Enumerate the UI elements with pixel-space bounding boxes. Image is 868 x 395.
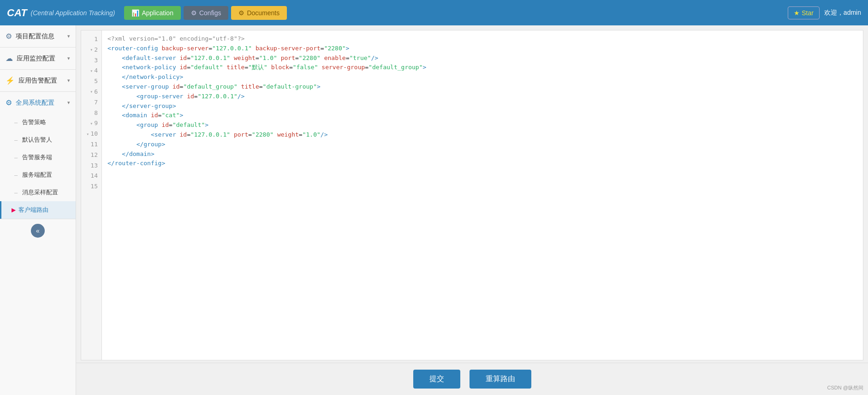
code-line-3: <default-server id="127.0.0.1" weight="1… [107, 54, 857, 63]
nav-application-button[interactable]: 📊 Application [124, 6, 181, 20]
sidebar-item-app-alert[interactable]: ⚡ 应用告警配置 ▾ [0, 70, 76, 91]
sidebar-label-app-alert: 应用告警配置 [18, 77, 57, 85]
lightning-icon: ⚡ [6, 76, 15, 85]
code-editor[interactable]: 1 ▾2 3 ▾4 5 ▾6 7 8 ▾9 ▾10 11 12 13 14 15… [81, 30, 863, 360]
sidebar-item-app-monitor[interactable]: ☁ 应用监控配置 ▾ [0, 48, 76, 69]
line-num-1: 1 [81, 34, 101, 45]
submit-button[interactable]: 提交 [413, 370, 460, 389]
dash-icon-4: – [14, 172, 18, 179]
code-line-13: </domain> [107, 150, 857, 159]
line-num-9: ▾9 [81, 118, 101, 129]
header-right: ★ Star 欢迎，admin [788, 6, 861, 19]
app-subtitle: (Central Application Tracking) [31, 9, 115, 17]
line-num-8: 8 [81, 108, 101, 119]
sidebar-section-app-monitor: ☁ 应用监控配置 ▾ [0, 48, 76, 70]
nav-documents-button[interactable]: ⚙ Documents [231, 6, 287, 20]
dash-icon-2: – [14, 137, 18, 144]
line-numbers: 1 ▾2 3 ▾4 5 ▾6 7 8 ▾9 ▾10 11 12 13 14 15 [81, 30, 102, 360]
chevron-down-icon-4: ▾ [67, 100, 70, 106]
gear-blue-icon: ⚙ [6, 98, 12, 107]
line-num-11: 11 [81, 139, 101, 150]
sidebar-item-message-sample[interactable]: – 消息采样配置 [0, 184, 76, 201]
watermark: CSDN @纵然间 [827, 384, 863, 391]
gear-icon: ⚙ [6, 32, 12, 41]
dash-icon-5: – [14, 189, 18, 196]
application-icon: 📊 [131, 9, 139, 17]
sidebar-item-client-router[interactable]: ▶ 客户端路由 [0, 201, 76, 219]
code-line-9: <domain id="cat"> [107, 111, 857, 120]
line-num-3: 3 [81, 55, 101, 66]
sidebar-item-default-alert[interactable]: – 默认告警人 [0, 131, 76, 149]
sidebar-section-global: ⚙ 全局系统配置 ▾ – 告警策略 – 默认告警人 – 告警服务端 – 服务端配… [0, 92, 76, 219]
welcome-text: 欢迎，admin [824, 9, 861, 17]
code-line-5: </network-policy> [107, 72, 857, 82]
sidebar-label-project-config: 项目配置信息 [16, 32, 54, 41]
code-line-6: <server-group id="default_group" title="… [107, 82, 857, 92]
line-num-2: ▾2 [81, 45, 101, 55]
sidebar-item-server-config[interactable]: – 服务端配置 [0, 166, 76, 184]
sidebar-label-global-config: 全局系统配置 [16, 99, 54, 107]
line-num-13: 13 [81, 161, 101, 171]
star-icon: ★ [794, 9, 800, 17]
content-area: 1 ▾2 3 ▾4 5 ▾6 7 8 ▾9 ▾10 11 12 13 14 15… [76, 25, 868, 395]
configs-icon: ⚙ [191, 9, 197, 17]
line-num-7: 7 [81, 97, 101, 108]
code-line-11: <server id="127.0.0.1" port="2280" weigh… [107, 130, 857, 140]
recalculate-button[interactable]: 重算路由 [470, 370, 531, 389]
app-logo: CAT [7, 7, 27, 19]
chevron-down-icon-3: ▾ [67, 78, 70, 84]
chevron-down-icon-2: ▾ [67, 55, 70, 61]
line-num-4: ▾4 [81, 66, 101, 76]
star-button[interactable]: ★ Star [788, 6, 820, 19]
sidebar-section-app-alert: ⚡ 应用告警配置 ▾ [0, 70, 76, 92]
line-num-15: 15 [81, 181, 101, 192]
sidebar-item-global-config[interactable]: ⚙ 全局系统配置 ▾ [0, 92, 76, 114]
line-num-12: 12 [81, 150, 101, 161]
code-line-14: </router-config> [107, 159, 857, 168]
code-line-1: <?xml version="1.0" encoding="utf-8"?> [107, 34, 857, 44]
code-line-7: <group-server id="127.0.0.1"/> [107, 92, 857, 102]
sidebar-section-project: ⚙ 项目配置信息 ▾ [0, 25, 76, 48]
line-num-14: 14 [81, 171, 101, 181]
code-line-10: <group id="default"> [107, 120, 857, 130]
sidebar-collapse-button[interactable]: « [31, 224, 45, 238]
sidebar-item-alert-policy[interactable]: – 告警策略 [0, 114, 76, 131]
documents-icon: ⚙ [238, 9, 244, 17]
code-content[interactable]: <?xml version="1.0" encoding="utf-8"?> <… [102, 30, 863, 360]
dash-icon: – [14, 119, 18, 126]
line-num-6: ▾6 [81, 87, 101, 97]
arrow-right-icon: ▶ [12, 207, 16, 213]
line-num-10: ▾10 [81, 129, 101, 139]
code-line-8: </server-group> [107, 102, 857, 111]
sidebar-item-alert-server[interactable]: – 告警服务端 [0, 149, 76, 166]
sidebar-item-project-config[interactable]: ⚙ 项目配置信息 ▾ [0, 25, 76, 47]
code-line-12: </group> [107, 140, 857, 150]
line-num-5: 5 [81, 76, 101, 87]
code-line-4: <network-policy id="default" title="默认" … [107, 63, 857, 72]
nav-configs-button[interactable]: ⚙ Configs [184, 6, 228, 20]
dash-icon-3: – [14, 154, 18, 161]
main-layout: ⚙ 项目配置信息 ▾ ☁ 应用监控配置 ▾ ⚡ 应用告警配置 ▾ ⚙ 全局系统配… [0, 25, 868, 395]
cloud-icon: ☁ [6, 54, 13, 63]
sidebar: ⚙ 项目配置信息 ▾ ☁ 应用监控配置 ▾ ⚡ 应用告警配置 ▾ ⚙ 全局系统配… [0, 25, 76, 395]
code-line-2: <router-config backup-server="127.0.0.1"… [107, 44, 857, 54]
chevron-down-icon: ▾ [67, 33, 70, 39]
sidebar-label-app-monitor: 应用监控配置 [17, 54, 55, 63]
footer: 提交 重算路由 [76, 363, 868, 395]
header: CAT (Central Application Tracking) 📊 App… [0, 0, 868, 25]
